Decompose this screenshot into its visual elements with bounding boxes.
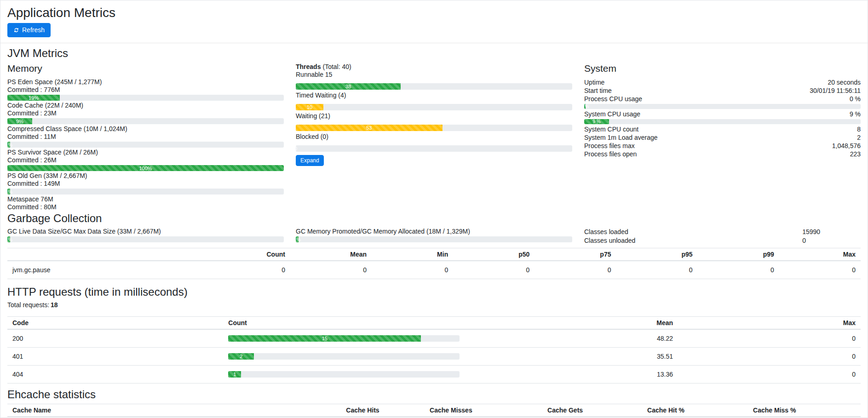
total-requests: Total requests:18 [7, 301, 861, 309]
total-requests-value: 18 [51, 301, 58, 309]
gc-bar-label: GC Live Data Size/GC Max Data Size (33M … [7, 228, 284, 235]
http-code: 401 [7, 348, 223, 366]
memory-pool-bar: 1% [7, 189, 284, 195]
memory-pool-bar: 100% [7, 165, 284, 171]
thread-state-bar: 53 [296, 125, 572, 131]
gc-title: Garbage Collection [7, 212, 861, 225]
total-requests-label: Total requests: [7, 301, 49, 309]
http-count-cell: 1 [223, 366, 465, 384]
memory-pool-name: Metaspace 76M [7, 195, 284, 203]
thread-state-bar: 38 [296, 83, 572, 90]
http-requests-title: HTTP requests (time in milliseconds) [7, 286, 861, 298]
gc-classes-row: Classes loaded15990 [584, 228, 861, 236]
header-divider [0, 43, 868, 43]
gc-metric-value: 0 [453, 261, 535, 279]
ehcache-title: Ehcache statistics [7, 388, 861, 401]
memory-pool-name: PS Eden Space (245M / 1,277M) [7, 78, 284, 86]
system-usage-bar: 9 % [584, 119, 861, 124]
threads-title-suffix: (Total: 40) [322, 63, 351, 70]
column-header: Cache Misses [425, 404, 542, 417]
system-row-value: 30/01/19 11:56:11 [810, 86, 861, 95]
column-header: p75 [535, 248, 616, 261]
system-row: Process CPU usage0 % [584, 95, 861, 103]
gc-row: GC Live Data Size/GC Max Data Size (33M … [7, 228, 861, 245]
thread-state-bar-fill: 53 [296, 125, 443, 131]
http-max: 0 [678, 366, 861, 384]
system-row-label: Uptime [584, 78, 604, 86]
gc-bar-fill: 1% [296, 236, 299, 242]
gc-metric-value: 0 [535, 261, 616, 279]
expand-threads-button[interactable]: Expand [296, 155, 324, 166]
http-table-row: 2001548.220 [7, 329, 861, 348]
thread-state-label: Runnable 15 [296, 71, 572, 79]
thread-state-bar: 10 [296, 104, 572, 110]
refresh-button-label: Refresh [22, 26, 45, 34]
gc-pause-table: CountMeanMinp50p75p95p99Max jvm.gc.pause… [7, 248, 861, 279]
thread-state-label: Waiting (21) [296, 112, 572, 120]
gc-metric-value: 0 [698, 261, 779, 279]
column-header: p99 [698, 248, 779, 261]
gc-promoted-col: GC Memory Promoted/GC Memory Allocated (… [296, 228, 572, 242]
http-count-cell: 15 [223, 329, 465, 348]
system-row-label: Start time [584, 86, 612, 95]
memory-pool-bar: 1% [7, 142, 284, 148]
system-column: System Uptime20 secondsStart time30/01/1… [584, 63, 861, 158]
ehcache-table-header-row: Cache NameCache HitsCache MissesCache Ge… [7, 404, 861, 417]
gc-metric-value: 0 [290, 261, 372, 279]
http-count-bar: 2 [228, 353, 460, 360]
gc-classes-col: Classes loaded15990Classes unloaded0 [584, 228, 861, 245]
http-table-row: 401235.510 [7, 348, 861, 366]
memory-pool-name: PS Survivor Space (26M / 26M) [7, 149, 284, 156]
threads-column: Threads(Total: 40) Runnable 1538Timed Wa… [296, 63, 572, 166]
gc-bar-label: GC Memory Promoted/GC Memory Allocated (… [296, 228, 572, 235]
memory-pool-committed: Committed : 776M [7, 86, 284, 94]
refresh-icon [13, 27, 19, 33]
system-rows: Uptime20 secondsStart time30/01/19 11:56… [584, 78, 861, 158]
gc-classes-row: Classes unloaded0 [584, 236, 861, 245]
system-row-label: Process CPU usage [584, 95, 642, 103]
gc-metric-value: 0 [779, 261, 861, 279]
column-header: p95 [616, 248, 697, 261]
system-row-value: 20 seconds [828, 78, 861, 86]
column-header: Cache Gets [542, 404, 642, 417]
http-count-bar-fill: 1 [228, 371, 241, 378]
thread-state-label: Timed Waiting (4) [296, 92, 572, 99]
column-header: Cache Hits [341, 404, 425, 417]
http-mean: 35.51 [465, 348, 678, 366]
memory-pool-name: Code Cache (22M / 240M) [7, 102, 284, 109]
http-mean: 48.22 [465, 329, 678, 348]
memory-pool-bar-fill: 1% [7, 189, 10, 195]
memory-pool-committed: Committed : 80M [7, 203, 284, 211]
gc-table-row: jvm.gc.pause00000000 [7, 261, 861, 279]
column-header [7, 248, 209, 261]
gc-classes-label: Classes loaded [584, 228, 802, 236]
memory-pool-committed: Committed : 11M [7, 133, 284, 141]
http-max: 0 [678, 348, 861, 366]
gc-classes-label: Classes unloaded [584, 236, 802, 245]
thread-state-bar-fill: 10 [296, 104, 323, 110]
system-usage-bar-fill: 9 % [584, 119, 609, 124]
memory-pool-bar-fill: 9% [7, 118, 32, 124]
http-table-row: 404113.360 [7, 366, 861, 384]
memory-pool-bar-fill: 1% [7, 142, 10, 148]
column-header: Code [7, 317, 223, 330]
http-max: 0 [678, 329, 861, 348]
column-header: Mean [290, 248, 372, 261]
thread-state-bar-fill: 38 [296, 83, 401, 90]
system-row-value: 223 [850, 150, 861, 158]
memory-pool-bar: 19% [7, 95, 284, 101]
memory-pool-committed: Committed : 26M [7, 156, 284, 164]
http-requests-table: CodeCountMeanMax 2001548.220401235.51040… [7, 316, 861, 384]
gc-metric-value: 0 [372, 261, 453, 279]
system-row: System 1m Load average2 [584, 133, 861, 142]
column-header: Cache Miss % [748, 404, 861, 417]
refresh-button[interactable]: Refresh [7, 23, 51, 37]
system-row: System CPU usage9 % [584, 110, 861, 118]
http-count-bar-fill: 2 [228, 353, 254, 360]
column-header: Count [209, 248, 290, 261]
column-header: p50 [453, 248, 535, 261]
http-count-bar: 15 [228, 335, 460, 342]
http-count-bar-fill: 15 [228, 335, 421, 342]
gc-live-data-col: GC Live Data Size/GC Max Data Size (33M … [7, 228, 284, 242]
system-usage-bar: 0 % [584, 104, 861, 109]
